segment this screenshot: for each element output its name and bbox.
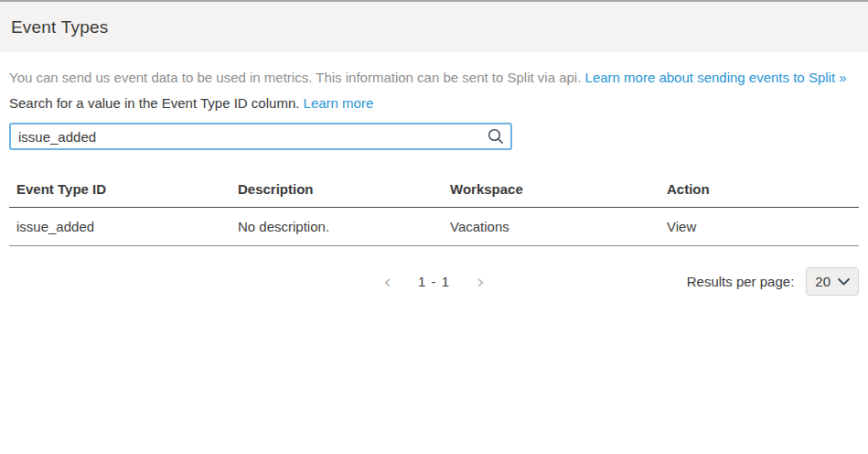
search-input[interactable]	[9, 123, 512, 150]
results-per-page-label: Results per page:	[687, 274, 795, 289]
cell-description: No description.	[230, 208, 443, 246]
cell-event-type-id: issue_added	[9, 208, 230, 246]
view-link[interactable]: View	[667, 219, 696, 234]
column-header-action: Action	[659, 173, 859, 208]
column-header-event-type-id: Event Type ID	[9, 173, 230, 208]
page-range: 1 - 1	[418, 274, 450, 289]
main-content: You can send us event data to be used in…	[0, 70, 868, 296]
event-types-table: Event Type ID Description Workspace Acti…	[9, 173, 859, 246]
cell-action: View	[659, 208, 859, 246]
search-icon[interactable]	[488, 128, 504, 145]
table-row: issue_added No description. Vacations Vi…	[9, 208, 859, 246]
cell-workspace: Vacations	[443, 208, 659, 246]
results-per-page-value: 20	[815, 274, 830, 289]
intro-text: You can send us event data to be used in…	[9, 70, 859, 85]
chevron-down-icon	[838, 278, 850, 286]
intro-text-body: You can send us event data to be used in…	[9, 70, 585, 85]
results-per-page-select[interactable]: 20	[806, 267, 859, 296]
table-header-row: Event Type ID Description Workspace Acti…	[9, 173, 859, 208]
search-hint-body: Search for a value in the Event Type ID …	[9, 95, 304, 111]
search-box	[9, 123, 512, 150]
column-header-workspace: Workspace	[443, 173, 659, 208]
chevron-left-icon[interactable]: ‹	[383, 273, 391, 291]
learn-more-link[interactable]: Learn more	[304, 95, 374, 111]
page-title: Event Types	[11, 17, 108, 38]
pagination-bar: ‹ 1 - 1 › Results per page: 20	[9, 267, 859, 296]
page-header: Event Types	[0, 0, 868, 52]
search-hint-text: Search for a value in the Event Type ID …	[9, 95, 859, 111]
learn-more-sending-events-link[interactable]: Learn more about sending events to Split…	[585, 70, 847, 85]
chevron-right-icon[interactable]: ›	[477, 273, 485, 291]
column-header-description: Description	[230, 173, 443, 208]
results-per-page: Results per page: 20	[687, 267, 859, 296]
